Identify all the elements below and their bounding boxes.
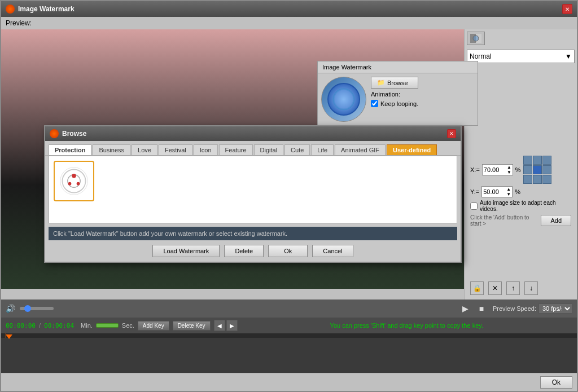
grid-cell-tr[interactable]	[542, 156, 551, 165]
keep-looping-checkbox[interactable]	[371, 100, 378, 107]
blend-mode-select[interactable]: Normal ▼	[467, 50, 575, 63]
dialog-status: Click "Load Watermark" button add your o…	[49, 227, 457, 240]
y-down-arrow[interactable]: ▼	[506, 192, 511, 197]
tab-icon[interactable]: Icon	[194, 144, 218, 155]
x-down-arrow[interactable]: ▼	[507, 170, 511, 175]
blend-icon	[467, 32, 485, 45]
browse-dialog: Browse ✕ Protection Business Love Festiv…	[44, 125, 462, 263]
grid-cell-br[interactable]	[542, 175, 551, 184]
close-button[interactable]: ✕	[562, 4, 572, 14]
keep-looping-row: Keep looping.	[371, 100, 418, 107]
keyframe-bar: 00:00:00 / 00:00:04 Min. Sec. Add Key De…	[1, 318, 577, 333]
add-key-button[interactable]: Add Key	[138, 321, 169, 331]
play-button[interactable]: ▶	[459, 302, 472, 315]
y-up-arrow[interactable]: ▲	[506, 187, 511, 192]
work-area: Normal ▼ X:= 70.00 ▲ ▼ %	[1, 29, 577, 299]
lock-button[interactable]: 🔒	[470, 281, 484, 295]
hint-text: You can press 'Shift' and drag key point…	[241, 322, 572, 329]
tab-festival[interactable]: Festival	[159, 144, 192, 155]
position-controls: X:= 70.00 ▲ ▼ %	[467, 153, 575, 200]
x-label: X:=	[470, 166, 480, 173]
timeline-track	[1, 333, 577, 338]
dialog-cancel-button[interactable]: Cancel	[312, 245, 353, 257]
add-button[interactable]: Add	[541, 215, 571, 226]
main-window: Image Watermark ✕ Preview: Normal	[0, 0, 578, 392]
dialog-ok-button[interactable]: Ok	[268, 245, 308, 257]
total-time: 00:00:04	[44, 322, 74, 329]
current-time: 00:00:00	[6, 322, 36, 329]
user-watermark-item[interactable]	[54, 161, 94, 201]
fps-select[interactable]: 30 fps/s	[538, 303, 572, 314]
x-up-arrow[interactable]: ▲	[507, 165, 511, 170]
dialog-title-left: Browse	[50, 129, 86, 138]
nav-arrows: ◀ ▶	[214, 320, 238, 331]
min-slider[interactable]	[96, 323, 119, 328]
down-button[interactable]: ↓	[524, 281, 538, 295]
delete-watermark-button[interactable]: Delete	[224, 245, 264, 257]
volume-handle	[24, 305, 31, 312]
position-grid	[523, 156, 551, 184]
preview-speed-label: Preview Speed:	[493, 305, 536, 312]
dialog-buttons: Load Watermark Delete Ok Cancel	[45, 240, 461, 262]
volume-slider[interactable]	[20, 307, 54, 310]
blend-mode-value: Normal	[470, 52, 492, 60]
bottom-icons: 🔒 ✕ ↑ ↓	[467, 279, 575, 297]
tab-user-defined[interactable]: User-defined	[387, 144, 437, 155]
watermark-thumbnail	[321, 77, 366, 122]
stop-button[interactable]: ■	[475, 302, 488, 315]
load-watermark-button[interactable]: Load Watermark	[152, 245, 220, 257]
tab-feature[interactable]: Feature	[219, 144, 253, 155]
dialog-close-button[interactable]: ✕	[447, 129, 456, 138]
grid-cell-ml[interactable]	[523, 165, 532, 174]
y-input[interactable]: 50.00 ▲ ▼	[481, 186, 513, 197]
tab-life[interactable]: Life	[311, 144, 334, 155]
tab-digital[interactable]: Digital	[254, 144, 284, 155]
prev-key-button[interactable]: ◀	[214, 320, 225, 331]
main-ok-button[interactable]: Ok	[540, 376, 572, 389]
y-unit: %	[515, 188, 520, 195]
tab-animated-gif[interactable]: Animated GIF	[335, 144, 386, 155]
dialog-status-text: Click "Load Watermark" button add your o…	[53, 230, 287, 237]
x-unit: %	[515, 166, 521, 173]
grid-cell-mc[interactable]	[533, 165, 542, 174]
tab-cute[interactable]: Cute	[284, 144, 310, 155]
up-button[interactable]: ↑	[506, 281, 520, 295]
delete-button[interactable]: ✕	[488, 281, 502, 295]
slider-track	[96, 323, 119, 328]
watermark-controls: 📁 Browse Animation: Keep looping.	[371, 77, 418, 122]
dialog-body	[49, 156, 457, 223]
svg-point-2	[473, 36, 479, 41]
tab-love[interactable]: Love	[132, 144, 157, 155]
x-input[interactable]: 70.00 ▲ ▼	[482, 164, 513, 175]
folder-icon: 📁	[377, 79, 385, 86]
auto-size-label: Auto image size to adapt each videos.	[480, 200, 571, 212]
delete-key-button[interactable]: Delete Key	[173, 321, 211, 331]
timeline-indicator	[6, 334, 12, 339]
preview-speed-section: Preview Speed: 30 fps/s	[493, 303, 572, 314]
bottom-bar: Ok	[1, 373, 577, 391]
auto-size-checkbox[interactable]	[470, 202, 478, 210]
title-bar-left: Image Watermark	[6, 5, 75, 14]
tab-protection[interactable]: Protection	[49, 144, 91, 155]
tab-business[interactable]: Business	[93, 144, 130, 155]
dropdown-arrow-icon: ▼	[565, 52, 572, 60]
grid-cell-bl[interactable]	[523, 175, 532, 184]
next-key-button[interactable]: ▶	[226, 320, 238, 331]
position-section: X:= 70.00 ▲ ▼ %	[467, 153, 575, 229]
svg-point-11	[77, 182, 80, 186]
grid-cell-tc[interactable]	[533, 156, 542, 165]
grid-cell-mr[interactable]	[542, 165, 551, 174]
animation-section: Animation:	[371, 91, 418, 98]
add-prompt: Click the 'Add' button to start >	[470, 214, 537, 227]
browse-button[interactable]: 📁 Browse	[371, 77, 418, 89]
grid-cell-tl[interactable]	[523, 156, 532, 165]
svg-point-12	[68, 182, 72, 186]
watermark-panel: Image Watermark	[317, 61, 478, 126]
grid-cell-bc[interactable]	[533, 175, 542, 184]
title-bar: Image Watermark ✕	[1, 1, 577, 17]
dialog-tabs: Protection Business Love Festival Icon F…	[45, 141, 461, 156]
timeline-area: 🔊 ▶ ■ Preview Speed: 30 fps/s 00:00:00 /…	[1, 299, 577, 373]
volume-icon: 🔊	[6, 304, 15, 313]
animation-label: Animation:	[371, 91, 400, 98]
sec-label: Sec.	[122, 322, 134, 329]
